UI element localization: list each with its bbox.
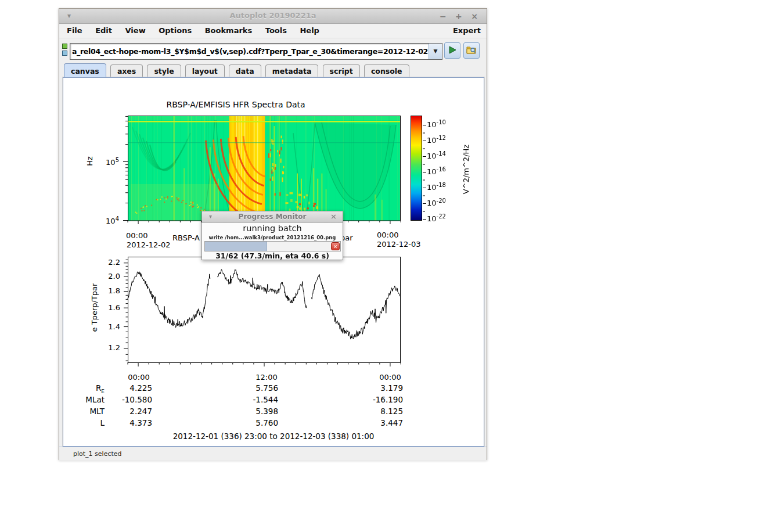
uri-combobox[interactable]: a_rel04_ect-hope-mom-l3_$Y$m$d_v$(v,sep)… — [70, 43, 442, 60]
ephemeris-row: L 4.373 5.760 3.447 — [63, 418, 484, 429]
tab-script[interactable]: script — [323, 64, 360, 77]
menu-file[interactable]: File — [62, 24, 88, 38]
colorbar-tick-label: 10-18 — [427, 182, 446, 192]
progress-monitor-dialog: ▾ Progress Monitor × running batch write… — [201, 211, 343, 260]
lineplot-ytick-label: 1.4 — [97, 322, 120, 331]
maximize-button[interactable]: + — [452, 12, 465, 21]
lineplot-ytick-label: 2.0 — [97, 272, 120, 281]
lineplot-ytick-label: 1.2 — [97, 343, 120, 352]
progress-status-label: 31/62 (47.3/min, eta 40.6 s) — [202, 251, 343, 260]
spectrogram-ytick-label: 104 — [98, 215, 119, 225]
time-range-label: 2012-12-01 (336) 23:00 to 2012-12-03 (33… — [63, 432, 484, 441]
ephemeris-row: MLat -10.580 -1.544 -16.190 — [63, 395, 484, 405]
tab-canvas[interactable]: canvas — [64, 63, 106, 77]
colorbar[interactable] — [411, 116, 422, 221]
tab-data[interactable]: data — [229, 64, 261, 77]
window-title: Autoplot 20190221a — [59, 11, 487, 20]
colorbar-tick-label: 10-10 — [427, 119, 446, 129]
blue-square-icon — [62, 51, 67, 56]
cancel-button[interactable]: ✕ — [331, 242, 340, 250]
menu-bookmarks[interactable]: Bookmarks — [200, 24, 258, 38]
lineplot-ytick-label: 1.8 — [97, 286, 120, 295]
lineplot-xtick-label: 00:00 — [375, 373, 406, 382]
menu-options[interactable]: Options — [153, 24, 197, 38]
canvas-panel: RBSP-A/EMFISIS HFR Spectra Data 10-10 10… — [63, 77, 484, 447]
menu-help[interactable]: Help — [294, 24, 324, 38]
status-bar: plot_1 selected — [59, 447, 487, 461]
spectrogram-xtick-right-date: 2012-12-03 — [377, 240, 421, 249]
lineplot-ylabel: e Tperp/Tpar — [90, 270, 99, 346]
plot-title: RBSP-A/EMFISIS HFR Spectra Data — [63, 100, 408, 109]
cancel-x-icon: ✕ — [333, 244, 338, 250]
lineplot-ytick-label: 1.6 — [97, 303, 120, 312]
datasource-type-icon — [62, 44, 69, 57]
spectrogram-ylabel: Hz — [85, 150, 94, 173]
menu-view[interactable]: View — [120, 24, 151, 38]
status-text: plot_1 selected — [73, 450, 122, 458]
green-square-icon — [62, 44, 67, 49]
play-icon — [448, 45, 457, 55]
tab-axes[interactable]: axes — [110, 64, 143, 77]
colorbar-tick-label: 10-20 — [427, 197, 446, 207]
colorbar-tick-label: 10-12 — [427, 135, 446, 145]
progress-task-label: running batch — [202, 224, 343, 233]
colorbar-tick-label: 10-16 — [427, 166, 446, 176]
tab-metadata[interactable]: metadata — [265, 64, 319, 77]
minimize-button[interactable]: − — [437, 12, 449, 21]
colorbar-tick-label: 10-14 — [427, 150, 446, 160]
lineplot-xtick-label: 12:00 — [251, 373, 282, 382]
uri-input[interactable]: a_rel04_ect-hope-mom-l3_$Y$m$d_v$(v,sep)… — [71, 44, 428, 59]
window-titlebar[interactable]: ▾ Autoplot 20190221a − + × — [59, 9, 487, 24]
go-button[interactable] — [444, 42, 460, 59]
lineplot-canvas[interactable] — [122, 257, 401, 373]
dialog-title: Progress Monitor — [202, 213, 343, 221]
folder-search-icon — [466, 45, 477, 55]
progress-bar: ✕ — [204, 241, 341, 251]
chevron-down-icon: ▼ — [434, 48, 438, 54]
dialog-titlebar[interactable]: ▾ Progress Monitor × — [202, 211, 343, 223]
dialog-close-icon[interactable]: × — [330, 212, 337, 221]
spectrogram-xtick-left-time: 00:00 — [126, 231, 147, 240]
expert-menu[interactable]: Expert — [453, 26, 481, 35]
lineplot-title-fragment-left: RBSP-A — [172, 233, 200, 242]
tab-bar: canvas axes style layout data metadata s… — [59, 63, 487, 77]
close-button[interactable]: × — [468, 12, 481, 21]
menu-edit[interactable]: Edit — [90, 24, 117, 38]
spectrogram-xtick-right-time: 00:00 — [377, 231, 398, 239]
lineplot-ytick-label: 2.2 — [97, 258, 120, 267]
lineplot-xtick-label: 00:00 — [123, 373, 154, 382]
spectrogram-xtick-left-date: 2012-12-02 — [127, 240, 171, 249]
ephemeris-row: MLT 2.247 5.398 8.125 — [63, 407, 484, 417]
uri-dropdown-button[interactable]: ▼ — [429, 44, 442, 59]
tab-console[interactable]: console — [364, 64, 409, 77]
tab-layout[interactable]: layout — [185, 64, 225, 77]
menubar: File Edit View Options Bookmarks Tools H… — [59, 24, 487, 38]
desktop: ▾ Autoplot 20190221a − + × File Edit Vie… — [0, 0, 781, 532]
browse-button[interactable] — [463, 42, 480, 59]
progress-fill — [205, 242, 267, 251]
tab-style[interactable]: style — [147, 64, 181, 77]
colorbar-tick-label: 10-22 — [427, 213, 446, 223]
spectrogram-ytick-label: 105 — [98, 157, 119, 167]
progress-detail-label: write /hom...walk3/product_20121216_00.p… — [202, 235, 343, 240]
menu-tools[interactable]: Tools — [260, 24, 292, 38]
colorbar-axis-label: V^2/m^2/Hz — [462, 138, 470, 202]
ephemeris-row: RE 4.225 5.756 3.179 — [63, 383, 484, 394]
uri-row: a_rel04_ect-hope-mom-l3_$Y$m$d_v$(v,sep)… — [59, 38, 487, 63]
